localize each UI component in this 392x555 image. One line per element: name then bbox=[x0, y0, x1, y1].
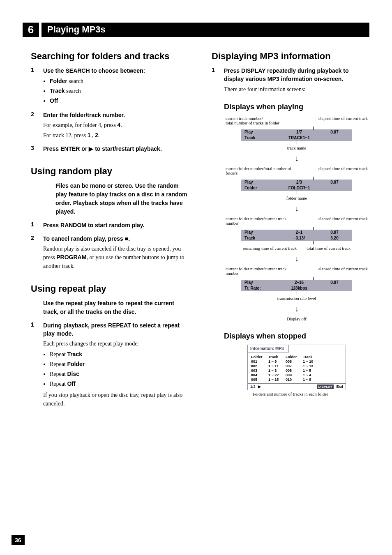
step-lead: Press ENTER or ▶ to start/restart playba… bbox=[43, 145, 189, 153]
osd-display-1: current track number/ total number of tr… bbox=[224, 116, 369, 150]
step-lead: Use the SEARCH to choose between: bbox=[43, 67, 189, 75]
step-lead: During playback, press REPEAT to select … bbox=[43, 321, 189, 338]
label: transmission rate level bbox=[224, 296, 369, 301]
step-lead: Press DISPLAY repeatedly during playback… bbox=[224, 67, 369, 83]
label: track name bbox=[224, 146, 369, 150]
label: current folder number/total number of fo… bbox=[226, 166, 294, 175]
step-lead: To cancel random play, press ■. bbox=[43, 235, 189, 243]
heading-displays-playing: Displays when playing bbox=[224, 103, 369, 111]
label: current folder number/current track numb… bbox=[226, 216, 294, 226]
info-mp3-panel: Information: MP3 FolderTrackFolderTrack … bbox=[247, 345, 346, 390]
info-table: FolderTrackFolderTrack 0011 ~ 90061 ~ 10… bbox=[251, 355, 342, 382]
page-indicator: 1/2 bbox=[250, 385, 256, 389]
play-icon: ▶ bbox=[89, 145, 93, 152]
step-lead: Enter the folder/track number. bbox=[43, 111, 189, 119]
step-text: Random play is also canceled if the disc… bbox=[43, 244, 189, 270]
step-text: There are four information screens: bbox=[224, 85, 369, 94]
play-icon: ▶ bbox=[258, 385, 261, 389]
list-item: Repeat Track bbox=[50, 350, 189, 359]
label: elapsed time of current track bbox=[318, 116, 368, 125]
list-item: Repeat Off bbox=[50, 379, 189, 389]
osd-display-4: current folder number/current track numb… bbox=[224, 267, 369, 301]
list-item: Folder search bbox=[50, 76, 189, 86]
page-number: 36 bbox=[12, 535, 25, 545]
label: elapsed time of current track bbox=[318, 166, 368, 175]
osd-display-2: current folder number/total number of fo… bbox=[224, 166, 369, 200]
section-intro: Files can be mono or stereo. Use the ran… bbox=[43, 182, 189, 216]
list-item: Repeat Disc bbox=[50, 369, 189, 379]
list-item: Track search bbox=[50, 86, 189, 96]
step-number: 1 bbox=[31, 221, 37, 229]
step-number: 1 bbox=[212, 67, 217, 94]
caption: Folders and number of tracks in each fol… bbox=[253, 392, 369, 396]
arrow-down-icon: ↓ bbox=[224, 154, 369, 163]
label: current track number/ total number of tr… bbox=[226, 116, 279, 125]
chapter-header: 6 Playing MP3s bbox=[23, 23, 369, 37]
label: folder name bbox=[224, 196, 369, 200]
step-number: 1 bbox=[31, 321, 37, 408]
label: current folder number/current track numb… bbox=[226, 267, 294, 276]
info-panel-title: Information: MP3 bbox=[248, 345, 289, 352]
step-text: If you stop playback or open the disc tr… bbox=[43, 391, 189, 408]
label: remaining time of current track bbox=[243, 246, 297, 251]
list-item: Repeat Folder bbox=[50, 359, 189, 369]
display-button[interactable]: DISPLAY bbox=[317, 385, 334, 389]
step-text: For track 12, press 1 , 2. bbox=[43, 131, 189, 140]
step-number: 1 bbox=[31, 67, 37, 106]
heading-random: Using random play bbox=[31, 166, 189, 177]
step-number: 2 bbox=[31, 235, 37, 270]
label: Display off bbox=[224, 317, 369, 321]
heading-repeat: Using repeat play bbox=[31, 283, 189, 294]
arrow-down-icon: ↓ bbox=[224, 254, 369, 263]
label: elapsed time of current track bbox=[318, 216, 368, 226]
heading-searching: Searching for folders and tracks bbox=[31, 51, 189, 62]
label: total time of current track bbox=[307, 246, 350, 251]
heading-displays-stopped: Displays when stopped bbox=[224, 332, 369, 341]
step-text: For example, for folder 4, press 4. bbox=[43, 121, 189, 129]
step-lead: Press RANDOM to start random play. bbox=[43, 221, 189, 229]
osd-display-3: current folder number/current track numb… bbox=[224, 216, 369, 251]
step-number: 3 bbox=[31, 145, 37, 153]
list-item: Off bbox=[50, 96, 189, 106]
section-intro: Use the repeat play feature to repeat th… bbox=[43, 299, 189, 316]
arrow-down-icon: ↓ bbox=[224, 204, 369, 213]
exit-label: Exit bbox=[336, 385, 343, 389]
chapter-number: 6 bbox=[23, 23, 39, 37]
label: elapsed time of current track bbox=[318, 267, 368, 276]
arrow-down-icon: ↓ bbox=[224, 304, 369, 313]
step-number: 2 bbox=[31, 111, 37, 140]
chapter-title: Playing MP3s bbox=[42, 23, 369, 37]
heading-display-info: Displaying MP3 information bbox=[212, 51, 369, 62]
step-text: Each press changes the repeat play mode: bbox=[43, 339, 189, 348]
stop-icon: ■ bbox=[125, 235, 128, 242]
